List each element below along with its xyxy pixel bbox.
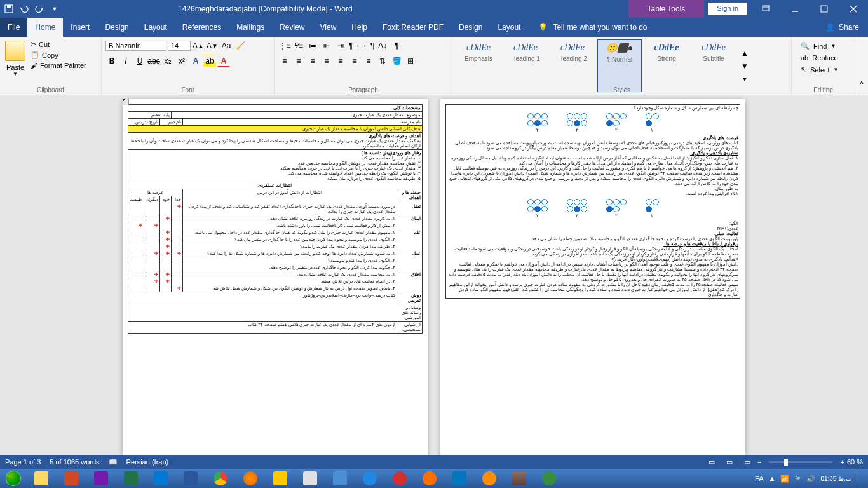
task-burner[interactable]	[385, 470, 414, 487]
page-status[interactable]: Page 1 of 3	[5, 458, 41, 466]
numbering-button[interactable]: ⅟≡	[292, 39, 305, 52]
tab-design[interactable]: Design	[97, 18, 136, 37]
zoom-level[interactable]: 60 %	[847, 458, 863, 466]
tab-table-design[interactable]: Design	[451, 18, 490, 37]
style-strong[interactable]: cDdEeStrong	[644, 39, 689, 92]
shading-button[interactable]: 🪣	[390, 55, 403, 67]
tab-review[interactable]: Review	[272, 18, 312, 37]
page-2[interactable]: چه رابطه ای بین شمارش شکل و شماره شکل وج…	[440, 99, 745, 455]
decrease-indent-button[interactable]: ⇤	[320, 39, 333, 52]
zoom-slider[interactable]	[769, 461, 832, 463]
multilevel-button[interactable]: ≔	[306, 39, 319, 52]
read-mode-button[interactable]: ▭	[704, 456, 719, 468]
style-emphasis[interactable]: cDdEeEmphasis	[456, 39, 501, 92]
tab-table-layout[interactable]: Layout	[490, 18, 528, 37]
styles-more-button[interactable]: ▾	[738, 72, 751, 85]
save-icon[interactable]	[4, 4, 14, 14]
tab-layout[interactable]: Layout	[137, 18, 175, 37]
show-desktop-button[interactable]	[857, 469, 862, 488]
bullets-button[interactable]: ⋮≡	[278, 39, 291, 52]
line-spacing-button[interactable]: ⇅	[376, 55, 389, 67]
tab-insert[interactable]: Insert	[63, 18, 97, 37]
clear-format-button[interactable]: 🧹	[234, 39, 247, 52]
tab-help[interactable]: Help	[344, 18, 375, 37]
maximize-icon[interactable]	[810, 0, 839, 18]
task-explorer[interactable]	[27, 470, 56, 487]
justify-low-button[interactable]: ≡	[334, 55, 347, 67]
style-normal[interactable]: 🙂⬛●¶ Normal	[597, 39, 642, 92]
task-idm[interactable]	[534, 470, 564, 487]
tab-foxit[interactable]: Foxit Reader PDF	[375, 18, 451, 37]
spellcheck-icon[interactable]: 📖	[109, 458, 118, 466]
collapse-ribbon-button[interactable]: ˄	[855, 37, 868, 95]
align-center-button[interactable]: ≡	[292, 55, 305, 67]
web-layout-button[interactable]: ▭	[740, 456, 755, 468]
subscript-button[interactable]: x₂	[161, 55, 174, 67]
word-count[interactable]: 5 of 1065 words	[50, 458, 99, 466]
task-app3[interactable]	[475, 470, 504, 487]
cut-button[interactable]: ✂Cut	[29, 39, 88, 49]
style-heading1[interactable]: cDdEeHeading 1	[503, 39, 548, 92]
highlight-button[interactable]: ab	[203, 55, 216, 67]
language-indicator[interactable]: FA	[755, 475, 763, 482]
styles-down-button[interactable]: ▼	[738, 60, 751, 72]
task-onenote[interactable]	[86, 470, 116, 487]
bold-button[interactable]: B	[105, 55, 118, 67]
font-color-button[interactable]: A	[217, 55, 230, 67]
justify-button[interactable]: ≡	[320, 55, 333, 67]
signin-button[interactable]: Sign in	[708, 3, 747, 15]
qat-dropdown-icon[interactable]: ▼	[50, 4, 60, 14]
document-area[interactable]: ✥ مشخصات کلی موضوع: مقدار عددی یک عبارت …	[0, 95, 868, 455]
page-anchor-icon[interactable]: ✥	[123, 99, 129, 105]
font-size-select[interactable]	[168, 41, 191, 51]
tray-expand-icon[interactable]: ▲	[769, 475, 776, 482]
copy-button[interactable]: 📋Copy	[29, 50, 88, 60]
task-app1[interactable]	[295, 470, 325, 487]
styles-up-button[interactable]: ▲	[738, 47, 751, 60]
justify-high-button[interactable]: ≡	[362, 55, 375, 67]
find-button[interactable]: 🔍Find▼	[799, 41, 847, 51]
tab-file[interactable]: File	[0, 18, 27, 37]
page-1[interactable]: ✥ مشخصات کلی موضوع: مقدار عددی یک عبارت …	[123, 99, 428, 455]
show-marks-button[interactable]: ¶	[390, 39, 403, 52]
increase-indent-button[interactable]: ⇥	[334, 39, 347, 52]
task-mediaplayer[interactable]	[415, 470, 444, 487]
strike-button[interactable]: abc	[147, 55, 160, 67]
share-button[interactable]: 👤 Share	[817, 18, 868, 37]
zoom-out-button[interactable]: −	[757, 458, 761, 466]
tab-mailings[interactable]: Mailings	[229, 18, 272, 37]
superscript-button[interactable]: x²	[175, 55, 188, 67]
select-button[interactable]: ↖Select▼	[799, 64, 847, 75]
clock[interactable]: ب.ظ 01:35	[820, 475, 851, 482]
redo-icon[interactable]	[34, 4, 44, 14]
task-word[interactable]	[176, 470, 205, 487]
text-effects-button[interactable]: A	[189, 55, 202, 67]
task-excel[interactable]	[116, 470, 146, 487]
sort-button[interactable]: A↓	[376, 39, 389, 52]
tab-references[interactable]: References	[175, 18, 229, 37]
print-layout-button[interactable]: ▭	[722, 456, 737, 468]
font-name-select[interactable]	[105, 41, 166, 51]
language-status[interactable]: Persian (Iran)	[126, 458, 169, 466]
italic-button[interactable]: I	[119, 55, 132, 67]
volume-icon[interactable]: 🔊	[806, 475, 815, 483]
undo-icon[interactable]	[19, 4, 29, 14]
grow-font-button[interactable]: A▲	[192, 39, 205, 52]
close-icon[interactable]	[839, 0, 868, 18]
borders-button[interactable]: ⊞	[404, 55, 417, 67]
replace-button[interactable]: abReplace	[799, 53, 847, 63]
style-subtitle[interactable]: cDdEeSubtitle	[691, 39, 736, 92]
ribbon-display-icon[interactable]	[751, 0, 780, 18]
task-app2[interactable]	[445, 470, 474, 487]
task-outlook[interactable]	[146, 470, 175, 487]
tab-home[interactable]: Home	[27, 18, 63, 37]
align-left-button[interactable]: ≡	[278, 55, 291, 67]
ltr-button[interactable]: ¶→	[348, 39, 361, 52]
tell-me-search[interactable]: 💡 Tell me what you want to do	[528, 18, 817, 37]
style-heading2[interactable]: cDdEeHeading 2	[550, 39, 595, 92]
task-ie[interactable]	[355, 470, 384, 487]
wifi-icon[interactable]: 📶	[780, 475, 789, 483]
paste-button[interactable]: Paste ▼	[4, 39, 27, 92]
minimize-icon[interactable]	[780, 0, 810, 18]
task-powerpoint[interactable]	[57, 470, 86, 487]
